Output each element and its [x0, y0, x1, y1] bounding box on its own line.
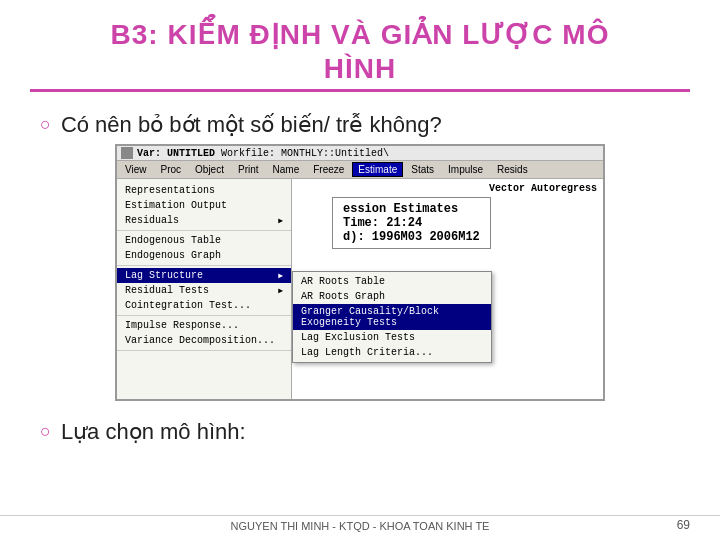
menu-btn-object[interactable]: Object [189, 162, 230, 177]
title-underline [30, 89, 690, 92]
bullet-text-1: Có nên bỏ bớt một số biến/ trễ không? [61, 112, 442, 138]
residuals-arrow: ▶ [278, 216, 283, 225]
eviews-window: Var: UNTITLED Workfile: MONTHLY::Untitle… [115, 144, 605, 401]
menu-btn-estimate[interactable]: Estimate [352, 162, 403, 177]
residual-tests-arrow: ▶ [278, 286, 283, 295]
footer: NGUYEN THI MINH - KTQD - KHOA TOAN KINH … [0, 515, 720, 532]
menu-item-endogenous-table[interactable]: Endogenous Table [117, 233, 291, 248]
menu-item-endogenous-graph[interactable]: Endogenous Graph [117, 248, 291, 263]
window-body: Representations Estimation Output Residu… [117, 179, 603, 399]
menu-item-residual-tests[interactable]: Residual Tests ▶ [117, 283, 291, 298]
bullet-item-2: ○ Lựa chọn mô hình: [40, 419, 690, 445]
menu-item-cointegration-test[interactable]: Cointegration Test... [117, 298, 291, 313]
bullet-icon-1: ○ [40, 114, 51, 135]
left-menu: Representations Estimation Output Residu… [117, 179, 292, 399]
window-icon [121, 147, 133, 159]
menu-btn-proc[interactable]: Proc [155, 162, 188, 177]
menu-section-4: Impulse Response... Variance Decompositi… [117, 316, 291, 351]
menu-item-residuals[interactable]: Residuals ▶ [117, 213, 291, 228]
menu-btn-stats[interactable]: Stats [405, 162, 440, 177]
menu-btn-print[interactable]: Print [232, 162, 265, 177]
bullet-item-1: ○ Có nên bỏ bớt một số biến/ trễ không? [40, 112, 690, 138]
menu-section-3: Lag Structure ▶ Residual Tests ▶ Cointeg… [117, 266, 291, 316]
session-box: ession Estimates Time: 21:24 d): 1996M03… [332, 197, 491, 249]
footer-text: NGUYEN THI MINH - KTQD - KHOA TOAN KINH … [231, 520, 490, 532]
session-line2: Time: 21:24 [343, 216, 480, 230]
menu-section-1: Representations Estimation Output Residu… [117, 181, 291, 231]
submenu-ar-roots-table[interactable]: AR Roots Table [293, 274, 491, 289]
slide: B3: KIỂM ĐỊNH VÀ GIẢN LƯỢC MÔ HÌNH ○ Có … [0, 0, 720, 540]
submenu-ar-roots-graph[interactable]: AR Roots Graph [293, 289, 491, 304]
submenu-granger-causality[interactable]: Granger Causality/Block Exogeneity Tests [293, 304, 491, 330]
menu-btn-view[interactable]: View [119, 162, 153, 177]
bullet-text-2: Lựa chọn mô hình: [61, 419, 246, 445]
right-panel-title: Vector Autoregress [298, 183, 597, 194]
lag-structure-submenu: AR Roots Table AR Roots Graph Granger Ca… [292, 271, 492, 363]
lag-structure-arrow: ▶ [278, 271, 283, 280]
title-bar-label: Var: UNTITLED Workfile: MONTHLY::Untitle… [137, 148, 389, 159]
menu-bar: View Proc Object Print Name Freeze Estim… [117, 161, 603, 179]
menu-section-2: Endogenous Table Endogenous Graph [117, 231, 291, 266]
menu-item-impulse-response[interactable]: Impulse Response... [117, 318, 291, 333]
menu-btn-resids[interactable]: Resids [491, 162, 534, 177]
menu-item-lag-structure[interactable]: Lag Structure ▶ [117, 268, 291, 283]
menu-btn-freeze[interactable]: Freeze [307, 162, 350, 177]
menu-item-variance-decomposition[interactable]: Variance Decomposition... [117, 333, 291, 348]
title-area: B3: KIỂM ĐỊNH VÀ GIẢN LƯỢC MÔ HÌNH [30, 18, 690, 92]
menu-item-representations[interactable]: Representations [117, 183, 291, 198]
submenu-lag-length-criteria[interactable]: Lag Length Criteria... [293, 345, 491, 360]
menu-btn-name[interactable]: Name [267, 162, 306, 177]
page-title: B3: KIỂM ĐỊNH VÀ GIẢN LƯỢC MÔ HÌNH [30, 18, 690, 85]
session-line3: d): 1996M03 2006M12 [343, 230, 480, 244]
menu-btn-impulse[interactable]: Impulse [442, 162, 489, 177]
bullet-icon-2: ○ [40, 421, 51, 442]
session-line1: ession Estimates [343, 202, 480, 216]
title-bar: Var: UNTITLED Workfile: MONTHLY::Untitle… [117, 146, 603, 161]
bottom-section: ○ Lựa chọn mô hình: [30, 409, 690, 451]
menu-item-estimation-output[interactable]: Estimation Output [117, 198, 291, 213]
footer-page-number: 69 [677, 518, 690, 532]
submenu-lag-exclusion-tests[interactable]: Lag Exclusion Tests [293, 330, 491, 345]
